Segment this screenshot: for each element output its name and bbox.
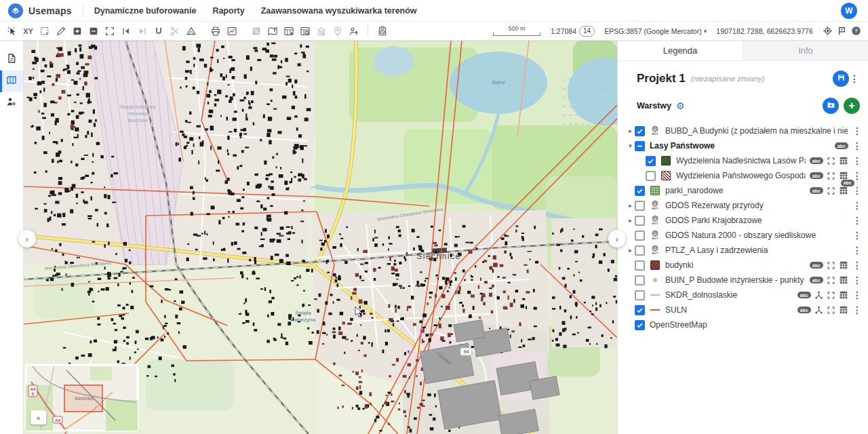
- abc-label-icon[interactable]: abc: [797, 292, 811, 298]
- layer-menu-button[interactable]: ⋮: [852, 141, 863, 151]
- marquee-select-tool[interactable]: [37, 24, 52, 39]
- layer-menu-button[interactable]: ⋮: [852, 275, 863, 285]
- zoom-to-layer-icon[interactable]: [827, 157, 835, 165]
- tab-info[interactable]: Info: [743, 41, 868, 60]
- vertex-edit-icon[interactable]: [814, 306, 823, 315]
- layer-menu-button[interactable]: ⋮: [852, 216, 863, 225]
- abc-label-icon[interactable]: abc: [810, 277, 823, 283]
- layer-menu-button[interactable]: ⋮: [852, 156, 863, 165]
- zoom-in-tool[interactable]: [69, 24, 85, 39]
- tree-expand-arrow[interactable]: ▸: [626, 127, 635, 134]
- abc-label-icon[interactable]: abc: [810, 262, 823, 269]
- layer-visibility-checkbox[interactable]: [646, 156, 656, 166]
- attribute-table-search-tool[interactable]: [297, 24, 313, 39]
- layer-visibility-checkbox[interactable]: [646, 171, 656, 181]
- attribute-table-icon[interactable]: [839, 186, 848, 195]
- map-location-tool[interactable]: [264, 24, 280, 39]
- layer-label[interactable]: SKDR_dolnoslaskie: [665, 290, 793, 300]
- abc-label-icon[interactable]: abc: [810, 172, 823, 179]
- project-menu-button[interactable]: ⋮: [849, 74, 860, 83]
- add-group-button[interactable]: [823, 98, 839, 114]
- zoom-out-tool[interactable]: [85, 24, 101, 39]
- tree-expand-arrow[interactable]: ▸: [626, 202, 635, 209]
- layer-menu-button[interactable]: ⋮: [852, 186, 863, 195]
- attribute-table-icon[interactable]: [839, 156, 848, 165]
- attribute-table-icon[interactable]: [839, 290, 848, 300]
- attribute-table-icon[interactable]: [839, 171, 848, 180]
- map-canvas[interactable]: Stacja kolejowaWrocławBrochówSiechniceŚw…: [24, 41, 617, 434]
- abc-label-icon[interactable]: abc: [810, 187, 823, 194]
- zoom-to-layer-icon[interactable]: [827, 291, 835, 300]
- sidebar-item-documents[interactable]: [0, 49, 23, 71]
- attribute-table-icon[interactable]: [839, 275, 848, 285]
- layer-label[interactable]: parki_narodowe: [665, 186, 806, 195]
- layer-visibility-checkbox[interactable]: [635, 216, 645, 226]
- layer-label[interactable]: BUBD_A Budynki (z podziałem na mieszkaln…: [665, 126, 848, 136]
- nav-item-advanced-search[interactable]: Zaawansowana wyszukiwarka terenów: [261, 6, 417, 16]
- tab-legend[interactable]: Legenda: [618, 41, 743, 60]
- layer-menu-button[interactable]: ⋮: [852, 260, 863, 270]
- layer-label[interactable]: BUIN_P Budowle inżynierskie - punkty: [665, 275, 806, 285]
- layer-visibility-checkbox[interactable]: [635, 290, 645, 300]
- layers-settings-gear-icon[interactable]: ⚙: [676, 101, 685, 111]
- layer-visibility-checkbox[interactable]: [635, 231, 645, 241]
- layer-visibility-checkbox[interactable]: [635, 320, 645, 330]
- zoom-to-layer-icon[interactable]: [827, 172, 835, 180]
- layer-menu-button[interactable]: ⋮: [852, 245, 863, 255]
- save-project-button[interactable]: [833, 71, 849, 87]
- layer-visibility-checkbox[interactable]: [635, 305, 645, 315]
- layer-menu-button[interactable]: ⋮: [852, 126, 863, 136]
- history-tool[interactable]: [374, 24, 390, 39]
- zoom-to-layer-icon[interactable]: [827, 306, 835, 315]
- layer-label[interactable]: budynki: [665, 260, 806, 270]
- layer-label[interactable]: Wydzielenia Nadleśnictwa Lasów Państ...: [676, 156, 806, 165]
- layer-label[interactable]: GDOŚ Parki Krajobrazowe: [665, 216, 848, 225]
- zoom-to-layer-icon[interactable]: [827, 186, 835, 195]
- zoom-to-layer-icon[interactable]: [827, 261, 835, 270]
- layer-visibility-checkbox[interactable]: [635, 126, 645, 136]
- minimap-collapse-button[interactable]: «: [31, 410, 46, 425]
- layer-visibility-checkbox[interactable]: [635, 141, 645, 151]
- snapping-tool[interactable]: [151, 24, 166, 39]
- zoom-level-badge[interactable]: 14: [579, 26, 595, 37]
- help-icon[interactable]: ?: [851, 26, 861, 36]
- layer-visibility-checkbox[interactable]: [635, 245, 645, 256]
- collapse-left-panel-button[interactable]: ›: [18, 230, 36, 248]
- layer-label[interactable]: GDOŚ Rezerwaty przyrody: [665, 201, 848, 210]
- layer-label[interactable]: GDOŚ Natura 2000 - obszary siedliskowe: [665, 231, 848, 240]
- magic-select-tool[interactable]: [4, 24, 20, 39]
- layer-visibility-checkbox[interactable]: [635, 201, 645, 211]
- abc-label-icon[interactable]: abc: [797, 307, 811, 313]
- layer-label[interactable]: PTLZ_A Lasy i zadrzewienia: [665, 245, 848, 255]
- add-layer-button[interactable]: +: [844, 98, 860, 114]
- layer-menu-button[interactable]: ⋮: [852, 201, 863, 210]
- nav-item-reports[interactable]: Raporty: [212, 6, 244, 16]
- layer-menu-button[interactable]: ⋮: [852, 231, 863, 240]
- layer-menu-button[interactable]: ⋮: [852, 290, 863, 300]
- layer-label[interactable]: OpenStreetMap: [650, 320, 859, 330]
- xy-coordinates-tool[interactable]: XY: [20, 24, 36, 39]
- locate-icon[interactable]: [823, 26, 833, 36]
- tree-collapse-arrow[interactable]: ▾: [626, 142, 635, 149]
- abc-label-icon[interactable]: abc: [810, 157, 823, 164]
- share-tool[interactable]: [346, 24, 361, 39]
- full-extent-tool[interactable]: [102, 24, 117, 39]
- zoom-to-layer-icon[interactable]: [827, 276, 835, 285]
- print-tool[interactable]: [208, 24, 223, 39]
- usemaps-logo-icon[interactable]: [8, 3, 23, 18]
- chart-tool[interactable]: [224, 24, 239, 39]
- layer-label[interactable]: Wydzielenia Państwowego Gospodarstw...: [676, 171, 806, 180]
- layer-visibility-checkbox[interactable]: [635, 260, 645, 271]
- abc-label-icon[interactable]: abc: [835, 142, 848, 149]
- previous-view-tool[interactable]: [118, 24, 134, 39]
- sidebar-item-map[interactable]: [0, 71, 23, 92]
- tree-expand-arrow[interactable]: ▸: [626, 247, 635, 254]
- nav-item-dynamic-buffering[interactable]: Dynamiczne buforowanie: [94, 6, 197, 16]
- layer-menu-button[interactable]: ⋮: [852, 305, 863, 315]
- layer-visibility-checkbox[interactable]: [635, 275, 645, 285]
- report-flag-icon[interactable]: [837, 26, 847, 36]
- user-avatar[interactable]: W: [841, 3, 857, 19]
- vertex-edit-icon[interactable]: [814, 291, 823, 300]
- layer-label[interactable]: SULN: [665, 305, 793, 315]
- sidebar-item-users[interactable]: [0, 92, 23, 114]
